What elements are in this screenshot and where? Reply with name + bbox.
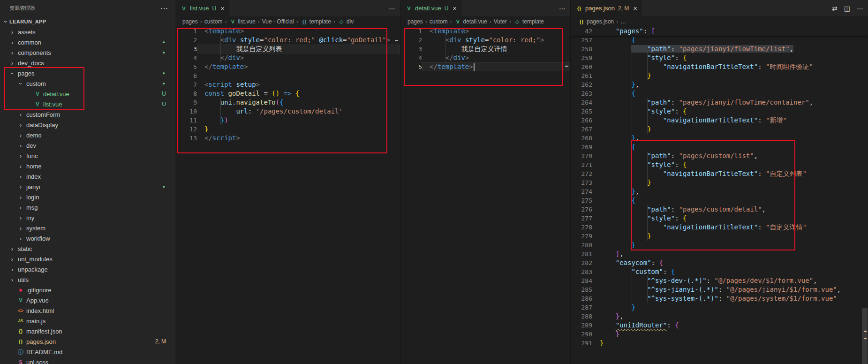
explorer-item-dataDisplay[interactable]: ›dataDisplay [0, 120, 175, 130]
tab-detail.vue[interactable]: Vdetail.vueU× [400, 0, 462, 16]
explorer-item-unpackage[interactable]: ›unpackage [0, 264, 175, 274]
close-tab-icon[interactable]: × [633, 4, 637, 12]
code-token [204, 116, 220, 124]
code-token: uni [220, 99, 232, 106]
explorer-item-common[interactable]: ›common● [0, 37, 175, 47]
code-token: "style" [647, 214, 675, 222]
line-number: 259 [571, 53, 592, 62]
editor-area: Vlist.vueU×⋯ pages›custom›Vlist.vue›Vue … [175, 0, 868, 364]
breadcrumb-item-list.vue[interactable]: Vlist.vue [229, 18, 255, 25]
code-line: 7<script setup> [175, 80, 400, 89]
explorer-item-demo[interactable]: ›demo [0, 130, 175, 140]
code-token: "pages" [616, 27, 643, 35]
scrollbar[interactable] [861, 27, 868, 364]
code-token: "style" [647, 107, 675, 115]
chevron-right-icon: › [8, 29, 16, 36]
code-token: "path" [647, 45, 671, 53]
explorer-item-dev_docs[interactable]: ›dev_docs [0, 58, 175, 68]
explorer-item-list.vue[interactable]: Vlist.vueU [0, 99, 175, 109]
explorer-item-assets[interactable]: ›assets [0, 27, 175, 37]
explorer-item-jianyi[interactable]: ›jianyi● [0, 182, 175, 192]
breadcrumb-item-Vuter[interactable]: Vuter [494, 18, 507, 25]
explorer-item-uni_modules[interactable]: ›uni_modules [0, 254, 175, 264]
explorer-item-func[interactable]: ›func [0, 151, 175, 161]
overview-ruler[interactable] [564, 27, 570, 364]
explorer-item-README.md[interactable]: iREADME.md [0, 347, 175, 357]
code-token: { [683, 214, 687, 222]
explorer-item-workflow[interactable]: ›workflow [0, 233, 175, 243]
explorer-item-uni.scss[interactable]: Suni.scss [0, 357, 175, 364]
breadcrumb-item-custom[interactable]: custom [204, 18, 223, 25]
explorer-item-static[interactable]: ›static [0, 243, 175, 254]
breadcrumb-item-pages[interactable]: pages [408, 18, 423, 25]
indent-guide [616, 36, 616, 339]
breadcrumb-item-pages[interactable]: pages [182, 18, 198, 25]
explorer-item-components[interactable]: ›components● [0, 47, 175, 58]
explorer-item-main.js[interactable]: JSmain.js [0, 316, 175, 326]
explorer-item-msg[interactable]: ›msg [0, 202, 175, 212]
scrollbar-thumb[interactable] [862, 308, 868, 364]
explorer-item-custom[interactable]: ›custom● [0, 78, 175, 89]
overview-ruler[interactable] [393, 27, 400, 364]
split-editor-icon[interactable]: ◫ [844, 5, 850, 12]
line-number: 281 [571, 250, 592, 258]
code-token: { [295, 90, 299, 97]
chevron-right-icon: › [17, 163, 24, 170]
explorer-item-manifest.json[interactable]: {}manifest.json [0, 326, 175, 336]
explorer-item-system[interactable]: ›system [0, 223, 175, 233]
explorer-item-index.html[interactable]: <>index.html [0, 305, 175, 316]
code-line: 4 </div> [175, 53, 400, 62]
explorer-item-detail.vue[interactable]: Vdetail.vueU [0, 89, 175, 99]
breadcrumb-item-div[interactable]: ◇div [338, 18, 354, 25]
code-token [430, 54, 445, 61]
code-token [204, 36, 220, 44]
breadcrumb-item-pages.json[interactable]: {}pages.json [578, 18, 614, 25]
code-token: , [635, 134, 639, 142]
explorer-item-dev[interactable]: ›dev [0, 140, 175, 151]
more-actions-icon[interactable]: ⋯ [857, 5, 863, 12]
breadcrumb-2: pages›custom›Vdetail.vue›Vuter›◇template [400, 16, 570, 27]
explorer-item-utils[interactable]: ›utils [0, 274, 175, 285]
explorer-more-actions-icon[interactable]: ⋯ [160, 4, 168, 13]
line-content: </div> [197, 53, 400, 62]
code-editor-detail-vue[interactable]: 1<template>2 <div style="color: red;">3 … [400, 27, 570, 71]
more-actions-icon[interactable]: ⋯ [389, 5, 395, 12]
line-content: }, [592, 80, 868, 89]
breadcrumb-item-custom[interactable]: custom [430, 18, 448, 25]
line-content: "path": "pages/jianyi/flowTime/list", [592, 45, 868, 53]
explorer-item-home[interactable]: ›home [0, 161, 175, 171]
tab-list.vue[interactable]: Vlist.vueU× [175, 0, 230, 16]
explorer-item-App.vue[interactable]: VApp.vue [0, 295, 175, 305]
breadcrumb-item-detail.vue[interactable]: Vdetail.vue [454, 18, 487, 25]
json-file-icon: {} [17, 339, 24, 344]
explorer-item-label: index.html [26, 307, 54, 314]
more-actions-icon[interactable]: ⋯ [559, 5, 566, 12]
breadcrumb-item-…[interactable]: … [620, 18, 626, 25]
code-editor-list-vue[interactable]: 1<template>2 <div style="color: red;" @c… [175, 27, 400, 143]
explorer-item-my[interactable]: ›my [0, 212, 175, 223]
line-content: }, [592, 187, 868, 196]
explorer-item-customForm[interactable]: ›customForm [0, 109, 175, 120]
explorer-item-pages.json[interactable]: {}pages.json2, M [0, 336, 175, 347]
close-tab-icon[interactable]: × [220, 4, 225, 12]
line-content: } [197, 125, 400, 134]
breadcrumb-item-template[interactable]: {}template [301, 18, 331, 25]
explorer-item-index[interactable]: ›index [0, 171, 175, 182]
explorer-item-.gitignore[interactable]: ◆.gitignore [0, 285, 175, 295]
open-changes-icon[interactable]: ⇄ [832, 5, 838, 12]
line-content: } [592, 241, 868, 250]
line-number: 258 [571, 45, 592, 53]
line-number: 1 [175, 27, 197, 36]
workspace-root[interactable]: › LEARUN_APP [0, 16, 175, 27]
line-content: <template> [422, 27, 570, 36]
scss-file-icon: S [17, 359, 24, 364]
explorer-item-login[interactable]: ›login [0, 192, 175, 202]
tab-pages.json[interactable]: {}pages.json2, M× [571, 0, 642, 16]
code-token: > [240, 54, 244, 61]
breadcrumb-item-template[interactable]: ◇template [513, 18, 544, 25]
code-token: div [453, 54, 465, 61]
close-tab-icon[interactable]: × [453, 4, 457, 12]
explorer-item-pages[interactable]: ›pages● [0, 68, 175, 78]
explorer-item-label: manifest.json [26, 328, 62, 335]
breadcrumb-item-Vue - Official[interactable]: Vue - Official [262, 18, 294, 25]
